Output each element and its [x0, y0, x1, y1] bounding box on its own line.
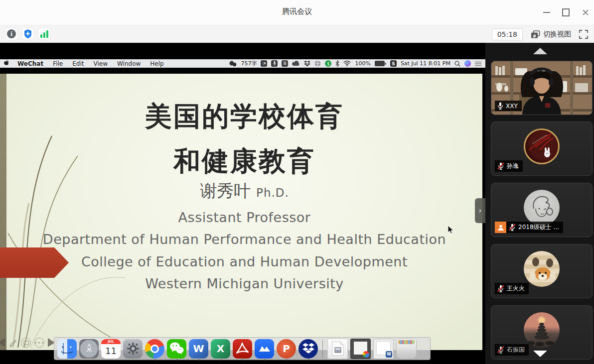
- clock-app-icon[interactable]: ◔: [261, 60, 267, 67]
- menu-wechat[interactable]: WeChat: [17, 60, 43, 67]
- wifi-icon[interactable]: [343, 61, 351, 66]
- app-s-status-icon[interactable]: S: [390, 60, 397, 67]
- maximize-button[interactable]: [562, 9, 570, 16]
- meeting-info-button[interactable]: i: [5, 27, 18, 40]
- launchpad-icon[interactable]: [79, 339, 99, 359]
- participant-name: 孙逸: [507, 162, 519, 170]
- excel-letter: X: [217, 343, 224, 355]
- calendar-day: 11: [101, 344, 121, 358]
- acrobat-icon[interactable]: [233, 339, 252, 359]
- chrome-window-icon[interactable]: [350, 339, 371, 359]
- switch-view-label: 切换视图: [543, 30, 571, 39]
- previous-slide-icon[interactable]: [0, 338, 5, 347]
- notification-center-icon[interactable]: [475, 61, 481, 66]
- disk-image-file-icon[interactable]: [327, 339, 348, 359]
- avatar: [524, 190, 560, 226]
- attendee-badge: [495, 222, 506, 233]
- mic-muted-icon: [509, 224, 516, 231]
- pen-tool-icon[interactable]: [8, 338, 17, 347]
- participant-name: 石振国: [507, 346, 525, 354]
- globe-icon[interactable]: [314, 60, 321, 67]
- scroll-down-arrow[interactable]: [533, 351, 547, 357]
- system-preferences-icon[interactable]: [123, 339, 143, 359]
- participant-tile-xxy[interactable]: XXY: [491, 61, 593, 115]
- word-document-window-icon[interactable]: W: [373, 339, 394, 359]
- ppt-letter: P: [283, 343, 290, 355]
- person-icon: [497, 224, 504, 231]
- titlebar: 腾讯会议: [0, 0, 594, 25]
- tencent-meeting-icon[interactable]: [255, 339, 274, 359]
- participant-tile-wanghuohuo[interactable]: 王火火: [491, 244, 593, 298]
- window-title: 腾讯会议: [0, 7, 594, 16]
- apple-icon: [4, 60, 9, 66]
- switch-view-button[interactable]: 切换视图: [531, 30, 571, 39]
- sidebar-collapse-tab[interactable]: ›: [475, 198, 485, 223]
- dropbox-icon[interactable]: [298, 339, 318, 359]
- mouse-cursor: [447, 225, 454, 235]
- menu-file[interactable]: File: [53, 60, 63, 67]
- slide-subline: Assistant Professor: [6, 210, 482, 225]
- chrome-icon[interactable]: [145, 339, 164, 359]
- network-quality-button[interactable]: [38, 27, 51, 40]
- menu-help[interactable]: Help: [150, 60, 163, 67]
- menu-view[interactable]: View: [93, 60, 107, 67]
- slide-subline: Department of Human Performance and Heal…: [6, 232, 482, 247]
- menu-window[interactable]: Window: [117, 60, 141, 67]
- fullscreen-icon[interactable]: [579, 30, 588, 39]
- tencent-meeting-window: 腾讯会议 i: [0, 0, 594, 364]
- calendar-month: JUL: [101, 339, 121, 344]
- dropbox-status-icon[interactable]: [304, 61, 310, 67]
- cloud-sync-icon[interactable]: [292, 61, 300, 66]
- participant-tile-sunyi[interactable]: 孙逸: [491, 121, 593, 176]
- slide-title-line1: 美国的学校体育: [6, 99, 482, 135]
- wechat-dock-icon[interactable]: [167, 339, 186, 359]
- menu-edit[interactable]: Edit: [72, 60, 84, 67]
- shield-plus-icon: [24, 29, 32, 38]
- bluetooth-icon[interactable]: [335, 60, 339, 67]
- slide-panel-icon[interactable]: [21, 338, 31, 348]
- slide-left-band: [0, 74, 6, 350]
- shared-screen: WeChat File Edit View Window Help 757字 ◔…: [0, 43, 485, 364]
- apple-menu[interactable]: [4, 60, 9, 68]
- meeting-toolbar: i 05:18 切换视图: [0, 25, 594, 43]
- trash-icon[interactable]: [396, 339, 417, 359]
- presenter-name: 谢秀叶: [200, 181, 251, 201]
- battery-percent: 100%: [355, 60, 370, 67]
- presenter-name-line: 谢秀叶 Ph.D.: [6, 180, 482, 203]
- word-icon[interactable]: W: [189, 339, 208, 359]
- word-letter: W: [193, 343, 204, 355]
- calendar-icon[interactable]: JUL 11: [101, 339, 121, 359]
- more-options-icon[interactable]: •••: [34, 338, 44, 348]
- menubar-clock[interactable]: Sat Jul 11 8:01 PM: [401, 60, 450, 67]
- wechat-status-icon[interactable]: [229, 61, 237, 67]
- powerpoint-icon[interactable]: P: [277, 339, 296, 359]
- scroll-up-arrow[interactable]: [533, 48, 547, 54]
- slide-subline: Western Michigan University: [6, 276, 482, 291]
- close-button[interactable]: [582, 9, 589, 16]
- finder-icon[interactable]: [57, 339, 77, 359]
- avatar: [524, 128, 560, 164]
- proxy-status-icon[interactable]: $: [325, 60, 331, 67]
- security-button[interactable]: [21, 27, 34, 40]
- avatar: [524, 312, 560, 348]
- slide-subline: College of Education and Human Developme…: [6, 254, 482, 269]
- mic-on-icon: [497, 102, 503, 110]
- siri-icon[interactable]: [464, 60, 471, 67]
- dictation-icon[interactable]: [271, 60, 278, 67]
- presentation-slide: 美国的学校体育 和健康教育 谢秀叶 Ph.D. Assistant Profes…: [0, 74, 482, 350]
- meeting-timer: 05:18: [492, 28, 523, 40]
- slide-title-line2: 和健康教育: [6, 143, 482, 180]
- battery-icon[interactable]: [375, 61, 386, 66]
- info-icon: i: [7, 29, 16, 38]
- participant-name: 2018级硕士 …: [518, 223, 559, 232]
- spotlight-search-icon[interactable]: [454, 61, 460, 67]
- mic-muted-icon: [497, 162, 504, 170]
- excel-icon[interactable]: X: [211, 339, 230, 359]
- macos-dock: JUL 11 W X: [54, 337, 431, 360]
- ime-icon[interactable]: 英: [282, 60, 288, 67]
- mic-muted-icon: [497, 346, 504, 354]
- minimize-button[interactable]: [543, 9, 550, 16]
- dock-divider: [322, 340, 323, 358]
- participant-name: 王火火: [507, 284, 525, 293]
- participant-tile-2018[interactable]: 2018级硕士 …: [491, 183, 593, 237]
